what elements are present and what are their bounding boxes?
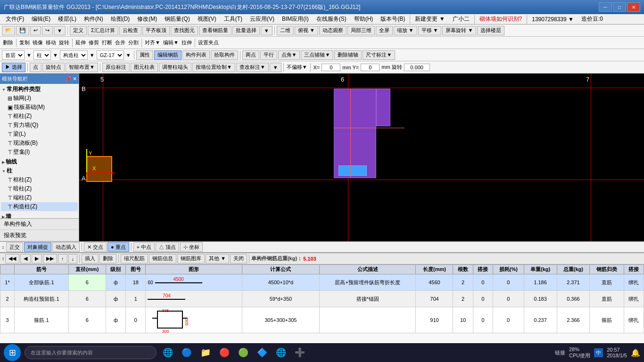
- rebar-close[interactable]: 关闭: [230, 254, 247, 263]
- snap-orthogonal[interactable]: 正交: [6, 242, 23, 252]
- notification-icon[interactable]: 🔔: [631, 348, 640, 357]
- taskbar-ime[interactable]: 中: [594, 348, 603, 357]
- tree-group-col[interactable]: 柱: [1, 166, 78, 175]
- menu-cloud[interactable]: 云应用(V): [246, 14, 278, 24]
- menu-view[interactable]: 视图(V): [194, 14, 220, 24]
- tb3-pick[interactable]: 拾取构件: [211, 50, 238, 60]
- start-button[interactable]: ⊞: [4, 344, 21, 361]
- tb3-parallel[interactable]: 平行: [260, 50, 277, 60]
- tb-find[interactable]: 查找图元: [171, 26, 198, 35]
- taskbar-icon-app3[interactable]: 🔷: [255, 345, 270, 360]
- tb-batch-select[interactable]: 批量选择: [232, 26, 260, 35]
- rotate-input[interactable]: [404, 64, 430, 71]
- close-button[interactable]: ✕: [627, 2, 640, 12]
- tree-item-constcol[interactable]: ⊤ 构造柱(Z): [1, 202, 78, 211]
- tb3-floor-select[interactable]: 首层: [2, 50, 25, 60]
- tb3-edit-rebar[interactable]: 编辑钢筋: [154, 50, 182, 60]
- taskbar-icon-app4[interactable]: 🌐: [273, 345, 289, 360]
- snap-center[interactable]: + 中点: [133, 242, 155, 252]
- rebar-nav-first[interactable]: ◀◀: [5, 254, 19, 263]
- tb3-type-select[interactable]: 柱: [33, 50, 51, 60]
- tree-item-framecol2[interactable]: ⊤ 框柱(Z): [1, 175, 78, 184]
- tree-group-wall[interactable]: 墙: [1, 212, 78, 218]
- maximize-button[interactable]: □: [613, 2, 626, 12]
- tb-fullscreen[interactable]: 全屏: [376, 26, 393, 35]
- rebar-nav-up[interactable]: ↑: [58, 254, 67, 263]
- taskbar-icon-ie[interactable]: 🌐: [160, 345, 175, 360]
- rebar-nav-down[interactable]: ↓: [68, 254, 78, 263]
- menu-online[interactable]: 在线服务(S): [313, 14, 350, 24]
- tb-smart-place[interactable]: 智能布置▼: [66, 63, 98, 72]
- x-coord-input[interactable]: [322, 64, 340, 71]
- menu-help[interactable]: 帮助(H): [350, 14, 377, 24]
- menu-edit[interactable]: 编辑(E): [28, 14, 54, 24]
- menu-element[interactable]: 构件(N): [80, 14, 107, 24]
- menu-points[interactable]: 造价豆:0: [578, 14, 607, 24]
- menu-new-change[interactable]: 新建变更 ▼: [411, 14, 448, 24]
- purple-col-main[interactable]: [334, 89, 376, 178]
- tb-open[interactable]: 📂: [2, 26, 15, 35]
- tree-item-niche[interactable]: ⊤ 壁龛(I): [1, 148, 78, 156]
- rebar-insert[interactable]: 插入: [82, 254, 99, 263]
- tb3-pt-angle[interactable]: 点角▼: [278, 50, 300, 60]
- tree-item-axis[interactable]: ⊞ 轴网(J): [1, 94, 78, 103]
- menu-floor[interactable]: 楼层(L): [54, 14, 80, 24]
- tree-item-shearwall[interactable]: ⊤ 剪力墙(Q): [1, 121, 78, 130]
- snap-midpt[interactable]: ● 重点: [107, 242, 129, 252]
- table-row[interactable]: 2 构造柱预留筋.1 6 ф 1 704: [0, 291, 644, 307]
- tb-adj-head[interactable]: 调整柱端头: [159, 63, 191, 72]
- tb-draw-by-wall[interactable]: 按墙位置绘制▼: [192, 63, 235, 72]
- menu-draw[interactable]: 绘图(D): [107, 14, 134, 24]
- rebar-nav-prev[interactable]: ◀: [20, 254, 31, 263]
- cad-area[interactable]: 5 6 7 B A X Y: [79, 74, 644, 241]
- tb3-subtype-select[interactable]: 构造柱: [60, 50, 88, 60]
- tb-select-floor[interactable]: 选择楼层: [477, 26, 504, 35]
- menu-phone[interactable]: 13907298339 ▼: [528, 15, 578, 24]
- selected-element[interactable]: [339, 165, 367, 176]
- tb-topview[interactable]: 俯视 ▼: [295, 26, 318, 35]
- tb-align-top[interactable]: 平齐板顶: [142, 26, 170, 35]
- snap-dynamic[interactable]: 动态插入: [52, 242, 80, 252]
- rebar-library[interactable]: 钢筋图库: [177, 254, 205, 263]
- tree-item-slab[interactable]: ⊤ 现浇板(B): [1, 139, 78, 148]
- tb-point[interactable]: 点: [30, 63, 41, 72]
- tb-select-btn[interactable]: ▶ 选择: [2, 63, 25, 72]
- tb3-dim[interactable]: 尺寸标注▼: [363, 50, 395, 60]
- tb3-element-list[interactable]: 构件列表: [182, 50, 210, 60]
- rebar-other[interactable]: 其他 ▼: [206, 254, 229, 263]
- rebar-info[interactable]: 钢筋信息: [149, 254, 176, 263]
- tree-item-beam[interactable]: ⊤ 梁(L): [1, 130, 78, 139]
- tb3-two-pt[interactable]: 两点: [242, 50, 259, 60]
- taskbar-icon-app5[interactable]: ➕: [292, 345, 307, 360]
- snap-coord[interactable]: ⊹ 坐标: [180, 242, 203, 252]
- menu-guangxiao[interactable]: 广小二: [449, 14, 473, 24]
- tb-define[interactable]: 定义: [70, 26, 87, 35]
- tb3-properties[interactable]: 属性: [136, 50, 153, 60]
- const-col-a[interactable]: [86, 156, 112, 182]
- table-row[interactable]: 1* 全部纵筋.1 6 ф 18 60 4500: [0, 274, 644, 291]
- menu-version[interactable]: 版本号(B): [377, 14, 409, 24]
- tb-zoom[interactable]: 缩放 ▼: [394, 26, 417, 35]
- menu-rebar[interactable]: 钢筋量(Q): [161, 14, 193, 24]
- taskbar-search[interactable]: 在这里输入你要搜索的内容: [25, 346, 157, 359]
- tb-redo[interactable]: ↪: [42, 26, 53, 35]
- rebar-nav-next[interactable]: ▶: [32, 254, 42, 263]
- tb-col-table[interactable]: 图元柱表: [131, 63, 158, 72]
- table-row[interactable]: 3 箍筋.1 6 ф 0: [0, 307, 644, 333]
- tree-item-endcol[interactable]: ⊤ 端柱(Z): [1, 193, 78, 202]
- tb3-3pt-aux[interactable]: 三点辅轴▼: [301, 50, 333, 60]
- taskbar-icon-app1[interactable]: 🔴: [217, 345, 232, 360]
- tree-group-axis[interactable]: 轴线: [1, 157, 78, 166]
- tb-dropdown[interactable]: ▼: [54, 26, 66, 35]
- taskbar-icon-app2[interactable]: 🟢: [236, 345, 251, 360]
- tb-view-rebar[interactable]: 查看钢筋量: [199, 26, 231, 35]
- tree-item-framecol[interactable]: ⊤ 框柱(Z): [1, 112, 78, 121]
- tb-check-label[interactable]: 查改标注▼: [236, 63, 269, 72]
- tree-group-common[interactable]: 常用构件类型: [1, 85, 78, 94]
- single-element-btn[interactable]: 单构件输入: [0, 219, 79, 230]
- snap-object[interactable]: 对象捕捉: [24, 242, 51, 252]
- taskbar-icon-edge[interactable]: 🔵: [179, 345, 194, 360]
- rebar-nav-last[interactable]: ▶▶: [43, 254, 57, 263]
- menu-file[interactable]: 文件(F): [2, 14, 28, 24]
- tb-cloud-check[interactable]: 云检查: [119, 26, 141, 35]
